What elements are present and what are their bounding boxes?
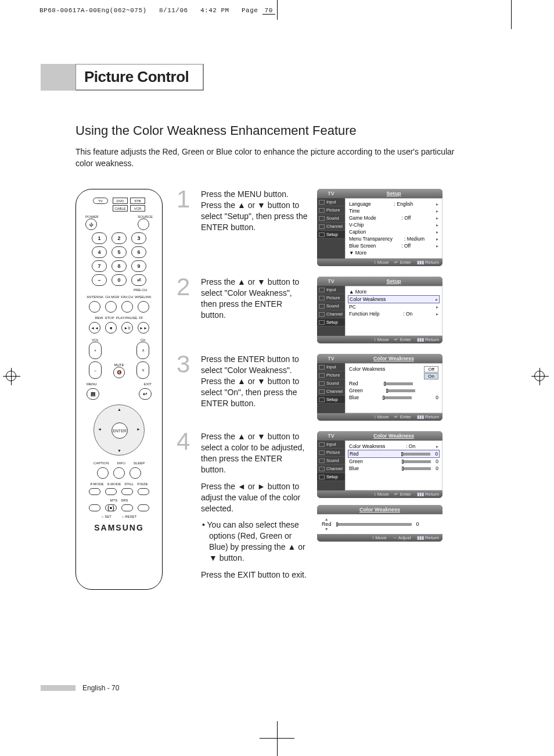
menu-item: Color Weakness: On▸ <box>348 443 440 450</box>
osd-screenshot-5: Color Weakness ▲Red▼ 0 ↕ Move↔ Adjust▮▮▮… <box>317 505 443 542</box>
osd5-title: Color Weakness <box>354 507 406 513</box>
num-9: 9 <box>131 260 146 272</box>
slug-file: BP68-00617A-00Eng(062~075) <box>39 7 147 14</box>
crop-mark-top-right <box>511 0 512 29</box>
footer-accent-bar <box>41 685 75 691</box>
num-2: 2 <box>111 232 127 244</box>
num-dash: – <box>92 274 107 286</box>
menu-item: Blue 0 <box>348 465 440 472</box>
play-label: PLAY/PAUSE <box>116 316 137 320</box>
osd5-down-icon: ▼ <box>325 527 329 531</box>
osd5-up-icon: ▲ <box>325 517 329 521</box>
ff-label: FF <box>139 316 143 320</box>
crop-mark-top <box>277 0 278 20</box>
osd4-footer: ↕ Move↵ Enter▮▮▮ Return <box>317 490 443 498</box>
info-label: INFO <box>117 461 125 465</box>
ch-down: ∨ <box>136 361 149 379</box>
step-2-number: 2 <box>177 277 193 298</box>
menu-item: Menu Transparency: Medium▸ <box>348 235 440 242</box>
step-1-text: Press the MENU button. Press the ▲ or ▼ … <box>201 189 309 233</box>
remote-control-illustration: TV DVD STB CABLE VCR POWER⏻ SOUR <box>75 189 163 590</box>
slug-time: 4:42 PM <box>200 7 229 14</box>
psize-label: P.SIZE <box>137 482 148 486</box>
wiselink-button <box>138 301 149 313</box>
dpad: ENTER ▲ ▼ ◄ ► <box>93 404 145 456</box>
slug-page-label: Page <box>242 7 258 14</box>
menu-item: PC▸ <box>348 303 440 310</box>
osd-screenshot-3: TVColor Weakness Input Picture Sound Cha… <box>317 354 443 421</box>
picture-icon <box>319 208 325 213</box>
section-title: Using the Color Weakness Enhancement Fea… <box>75 123 517 138</box>
enter-button: ENTER <box>111 422 128 439</box>
power-button: ⏻ <box>85 218 97 230</box>
chmgr-button <box>105 301 117 313</box>
mts-label: MTS <box>110 499 117 502</box>
source-button <box>138 218 149 230</box>
ch-label: CH <box>136 338 149 342</box>
srs-label: SRS <box>121 499 128 502</box>
smode-button <box>105 488 117 495</box>
num-0: 0 <box>111 274 127 286</box>
osd2-footer: ↕ Move↵ Enter▮▮▮ Return <box>317 336 443 343</box>
chapter-accent-bar <box>41 64 75 91</box>
menu-item: Game Mode: Off▸ <box>348 214 440 221</box>
osd5-value: 0 <box>416 521 419 527</box>
prech-label: PRE-CH <box>81 288 157 292</box>
step-4-text-b: Press the ◄ or ► button to adjust the va… <box>201 481 309 514</box>
play-button: ►II <box>121 322 133 334</box>
num-1: 1 <box>92 232 107 244</box>
still-label: STILL <box>124 482 134 486</box>
menu-item: ▲ More <box>348 288 440 295</box>
num-5: 5 <box>111 246 127 258</box>
osd2-tv: TV <box>317 278 345 284</box>
chapter-heading: Picture Control <box>75 64 517 91</box>
exit-button: ↩ <box>139 388 152 400</box>
psize-button <box>138 488 149 495</box>
remote-cable-button: CABLE <box>113 205 128 212</box>
osd5-footer: ↕ Move↔ Adjust▮▮▮ Return <box>317 534 443 542</box>
menu-label: MENU <box>87 382 97 386</box>
osd1-menu: Language: English▸Time▸Game Mode: Off▸V-… <box>345 198 443 259</box>
rew-button: ◄◄ <box>89 322 100 334</box>
step-4-text-c: Press the EXIT button to exit. <box>201 569 309 581</box>
ff-button: ►► <box>138 322 149 334</box>
step-4-bullet: • You can also select these options (Red… <box>201 519 309 564</box>
dpad-up-icon: ▲ <box>117 407 121 411</box>
prech-button: ⏎ <box>131 274 146 286</box>
blank-button-2 <box>138 504 149 511</box>
stop-button: ■ <box>105 322 117 334</box>
intro-paragraph: This feature adjusts the Red, Green or B… <box>75 146 459 169</box>
vol-up: + <box>89 342 102 359</box>
step-4: 4 Press the ▲ or ▼ button to select a co… <box>177 431 517 586</box>
menu-item: Blue Screen: Off▸ <box>348 242 440 249</box>
osd2-menu: ▲ MoreColor Weakness▸PC▸Function Help: O… <box>345 286 443 336</box>
slider-blue <box>383 396 412 399</box>
sleep-label: SLEEP <box>134 461 145 465</box>
menu-item: Language: English▸ <box>348 200 440 207</box>
wiselink-label: WISELINK <box>135 295 152 299</box>
setup-icon <box>319 232 325 237</box>
antenna-button <box>89 301 100 313</box>
crop-mark-bottom-h <box>260 738 294 739</box>
crop-mark-bottom-v <box>277 721 278 756</box>
menu-item: Caption▸ <box>348 228 440 235</box>
step-1: 1 Press the MENU button. Press the ▲ or … <box>177 189 517 266</box>
vol-down: – <box>89 361 102 379</box>
step-3: 3 Press the ENTER button to select "Colo… <box>177 354 517 421</box>
stop-label: STOP <box>105 316 114 320</box>
remote-stb-button: STB <box>130 198 145 204</box>
print-slug: BP68-00617A-00Eng(062~075) 8/11/06 4:42 … <box>39 7 275 14</box>
side-channel: Channel <box>326 224 343 229</box>
mts-button <box>89 504 100 511</box>
brand-logo: SAMSUNG <box>81 523 157 532</box>
osd1-footer: ↕ Move↵ Enter▮▮▮ Return <box>317 259 443 266</box>
sound-icon <box>319 216 325 221</box>
still-button <box>121 488 133 495</box>
osd1-tv: TV <box>317 191 345 196</box>
page-footer: English - 70 <box>75 684 119 692</box>
osd4-title: Color Weakness <box>345 433 443 439</box>
set-label: ○ SET <box>102 515 111 518</box>
osd4-tv: TV <box>317 433 345 439</box>
num-8: 8 <box>111 260 127 272</box>
step-3-text: Press the ENTER button to select "Color … <box>201 354 309 409</box>
